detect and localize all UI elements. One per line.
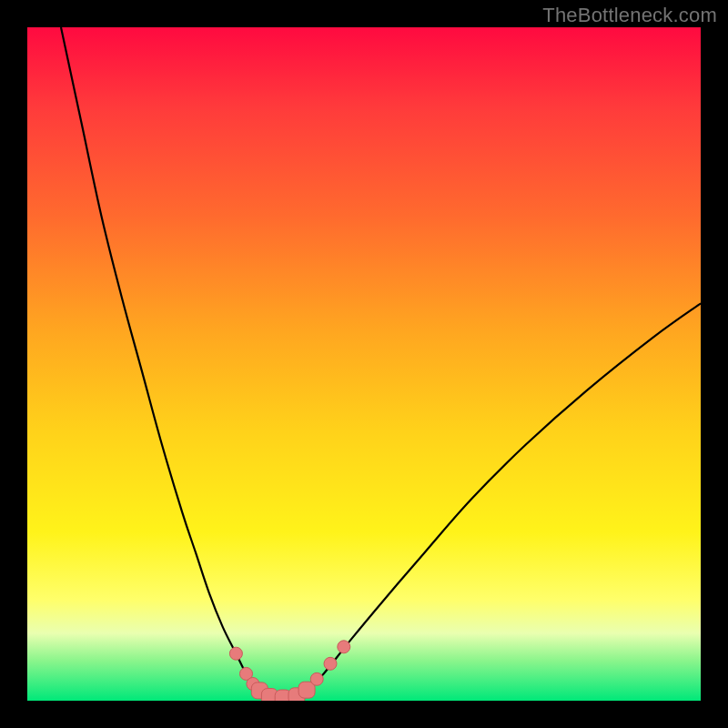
- watermark-text: TheBottleneck.com: [542, 4, 717, 27]
- bottleneck-curve: [61, 27, 701, 698]
- marker-point: [229, 647, 242, 660]
- curve-layer: [27, 27, 701, 701]
- marker-point: [310, 672, 323, 685]
- chart-frame: TheBottleneck.com: [0, 0, 728, 728]
- plot-area: [27, 27, 701, 701]
- marker-point: [324, 657, 337, 670]
- marker-group: [229, 641, 349, 701]
- marker-point: [338, 641, 350, 653]
